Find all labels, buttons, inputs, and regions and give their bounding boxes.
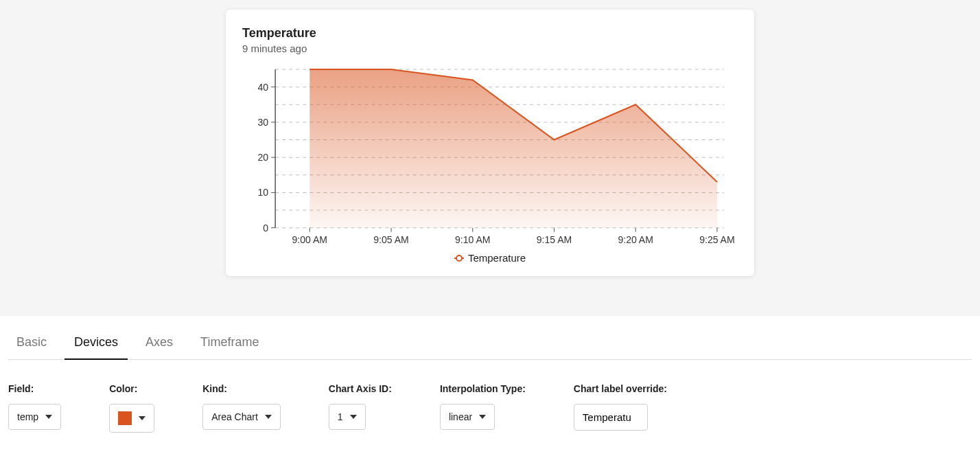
- config-panel: BasicDevicesAxesTimeframe Field: temp Co…: [0, 316, 980, 433]
- interpolation-label: Interpolation Type:: [440, 383, 526, 394]
- color-select[interactable]: [109, 404, 154, 433]
- chevron-down-icon: [139, 416, 145, 420]
- tabs: BasicDevicesAxesTimeframe: [8, 316, 972, 360]
- svg-text:30: 30: [258, 117, 269, 128]
- color-swatch-icon: [118, 411, 132, 425]
- area-chart-svg: 0102030409:00 AM9:05 AM9:10 AM9:15 AM9:2…: [242, 62, 738, 249]
- field-select[interactable]: temp: [8, 404, 61, 430]
- chart-legend: Temperature: [242, 252, 738, 264]
- legend-label: Temperature: [468, 252, 526, 264]
- kind-label: Kind:: [202, 383, 227, 394]
- card-title: Temperature: [242, 26, 738, 41]
- svg-text:9:25 AM: 9:25 AM: [699, 233, 734, 244]
- svg-text:9:10 AM: 9:10 AM: [455, 233, 490, 244]
- field-value: temp: [17, 411, 38, 422]
- chevron-down-icon: [350, 415, 357, 419]
- svg-text:20: 20: [258, 152, 269, 163]
- kind-value: Area Chart: [211, 411, 258, 422]
- tab-devices[interactable]: Devices: [74, 335, 118, 359]
- tab-timeframe[interactable]: Timeframe: [200, 335, 259, 359]
- label-override-label: Chart label override:: [574, 383, 667, 394]
- field-label: Field:: [8, 383, 34, 394]
- interpolation-select[interactable]: linear: [440, 404, 495, 430]
- form-group-interpolation: Interpolation Type: linear: [440, 383, 526, 430]
- chart-card: Temperature 9 minutes ago 0102030409:00 …: [226, 10, 754, 276]
- color-label: Color:: [109, 383, 137, 394]
- svg-text:9:15 AM: 9:15 AM: [537, 233, 572, 244]
- form-row: Field: temp Color: Kind: Area Chart Char…: [8, 360, 972, 433]
- axis-id-value: 1: [338, 411, 343, 422]
- preview-area: Temperature 9 minutes ago 0102030409:00 …: [0, 0, 980, 316]
- tab-basic[interactable]: Basic: [16, 335, 47, 359]
- svg-text:9:20 AM: 9:20 AM: [618, 233, 653, 244]
- interpolation-value: linear: [449, 411, 472, 422]
- chevron-down-icon: [45, 415, 52, 419]
- tab-axes[interactable]: Axes: [145, 335, 173, 359]
- form-group-kind: Kind: Area Chart: [202, 383, 281, 430]
- chevron-down-icon: [479, 415, 486, 419]
- legend-swatch-icon: [454, 258, 464, 259]
- form-group-axis-id: Chart Axis ID: 1: [329, 383, 392, 430]
- svg-text:9:05 AM: 9:05 AM: [373, 233, 408, 244]
- svg-text:40: 40: [258, 81, 269, 92]
- svg-text:9:00 AM: 9:00 AM: [292, 233, 327, 244]
- axis-id-label: Chart Axis ID:: [329, 383, 392, 394]
- kind-select[interactable]: Area Chart: [202, 404, 281, 430]
- form-group-color: Color:: [109, 383, 154, 433]
- chevron-down-icon: [265, 415, 272, 419]
- label-override-input[interactable]: [574, 404, 648, 431]
- card-subtitle: 9 minutes ago: [242, 43, 738, 54]
- form-group-label-override: Chart label override:: [574, 383, 667, 431]
- svg-text:10: 10: [258, 187, 269, 198]
- form-group-field: Field: temp: [8, 383, 61, 430]
- chart: 0102030409:00 AM9:05 AM9:10 AM9:15 AM9:2…: [242, 62, 738, 249]
- axis-id-select[interactable]: 1: [329, 404, 366, 430]
- svg-text:0: 0: [263, 222, 268, 233]
